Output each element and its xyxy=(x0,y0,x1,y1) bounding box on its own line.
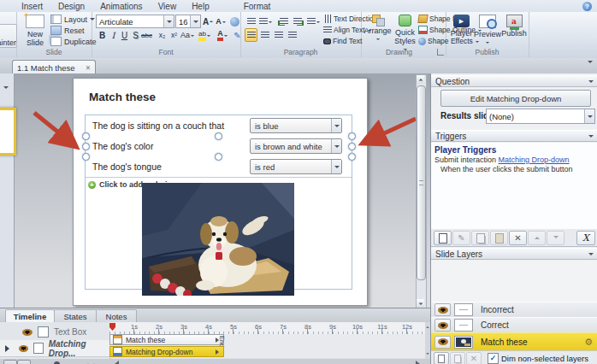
tab-notes[interactable]: Notes xyxy=(96,309,137,323)
timeline-item-matching[interactable]: . Matching Drop... xyxy=(0,340,109,357)
results-slide-combo[interactable]: (None) xyxy=(486,109,595,124)
strikethrough-button[interactable]: abc xyxy=(140,28,153,42)
tab-animations[interactable]: Animations xyxy=(92,1,150,12)
highlight-color-button[interactable]: ab xyxy=(198,28,212,42)
question-panel-header[interactable]: Question xyxy=(431,75,597,87)
eye-icon[interactable] xyxy=(22,329,33,336)
scroll-thumb[interactable] xyxy=(417,85,426,280)
variables-button[interactable]: X xyxy=(576,231,595,245)
shrink-font-button[interactable]: A xyxy=(215,15,228,28)
slide-thumbnail-selected[interactable] xyxy=(0,108,16,156)
help-icon[interactable]: ? xyxy=(582,2,592,11)
edit-trigger-button[interactable]: ✎ xyxy=(452,231,470,245)
dim-layers-checkbox[interactable]: ✓ xyxy=(488,353,499,364)
reset-button[interactable]: Reset xyxy=(50,26,85,35)
scroll-down-button[interactable] xyxy=(417,299,424,308)
collapse-icon[interactable] xyxy=(588,80,594,85)
dropdown-arrow-icon[interactable] xyxy=(331,139,341,153)
timeline-bar-matching-dropdown[interactable]: Matching Drop-down xyxy=(109,346,224,357)
chevron-down-icon[interactable] xyxy=(190,15,200,27)
selection-handle[interactable] xyxy=(348,153,356,161)
font-name-combo[interactable]: Articulate xyxy=(96,15,174,28)
hscroll-left-icon[interactable] xyxy=(111,361,119,364)
decrease-indent-button[interactable] xyxy=(277,15,290,28)
subscript-button[interactable]: x₂ xyxy=(156,28,168,42)
bullets-button[interactable] xyxy=(245,15,257,28)
tab-timeline[interactable]: Timeline xyxy=(5,309,55,323)
change-case-button[interactable]: Aa xyxy=(180,28,196,42)
numbering-button[interactable] xyxy=(258,15,274,28)
layer-row-incorrect[interactable]: Incorrect xyxy=(431,302,597,318)
collapse-icon[interactable] xyxy=(588,253,594,258)
tab-view[interactable]: View xyxy=(151,1,185,12)
visibility-toggle[interactable] xyxy=(434,336,451,349)
trigger-item[interactable]: Submit interaction Matching Drop-down xyxy=(434,156,570,164)
close-icon[interactable]: ✕ xyxy=(86,64,91,72)
superscript-button[interactable]: x² xyxy=(168,28,180,42)
font-size-combo[interactable]: 16 xyxy=(175,15,201,28)
playhead[interactable] xyxy=(109,323,115,331)
answer-dropdown-1[interactable]: is blue xyxy=(250,118,342,133)
dropdown-arrow-icon[interactable] xyxy=(331,160,341,173)
delete-layer-button[interactable]: ✕ xyxy=(466,352,482,364)
align-justify-button[interactable] xyxy=(286,28,298,42)
timeline-vscrollbar[interactable] xyxy=(425,322,430,359)
move-down-button[interactable] xyxy=(547,231,564,245)
selection-handle[interactable] xyxy=(348,132,356,140)
layout-button[interactable]: Layout xyxy=(50,15,95,24)
delete-trigger-button[interactable]: ✕ xyxy=(509,231,527,245)
tab-help[interactable]: Help xyxy=(184,1,217,12)
play-button[interactable]: ▶ xyxy=(3,360,17,364)
dog-photo[interactable] xyxy=(142,183,294,296)
duplicate-button[interactable]: Duplicate xyxy=(50,37,97,46)
slide-layers-panel-header[interactable]: Slide Layers xyxy=(431,248,597,260)
align-right-button[interactable] xyxy=(272,28,285,42)
align-center-button[interactable] xyxy=(258,28,271,42)
stop-button[interactable]: ■ xyxy=(17,360,31,364)
scroll-down-icon[interactable] xyxy=(426,353,429,356)
edit-matching-button[interactable]: Edit Matching Drop-down xyxy=(440,90,591,107)
answer-dropdown-3[interactable]: is red xyxy=(250,159,342,174)
answer-dropdown-2[interactable]: is brown and white xyxy=(250,138,342,154)
selection-handle[interactable] xyxy=(82,143,90,150)
selection-handle[interactable] xyxy=(82,132,90,140)
align-left-button[interactable] xyxy=(245,28,257,42)
copy-trigger-button[interactable] xyxy=(471,231,489,245)
selection-handle[interactable] xyxy=(215,132,222,140)
clear-formatting-icon[interactable] xyxy=(228,15,241,28)
tab-insert[interactable]: Insert xyxy=(14,1,50,12)
tab-format[interactable]: Format xyxy=(236,1,279,12)
scroll-up-icon[interactable] xyxy=(426,325,429,328)
font-color-button[interactable]: A xyxy=(216,28,229,42)
selection-handle[interactable] xyxy=(82,153,90,161)
zoom-in-icon[interactable] xyxy=(91,360,98,364)
dropdown-arrow-icon[interactable] xyxy=(331,119,341,132)
match-statement[interactable]: The dog's color xyxy=(86,141,153,151)
layer-row-match-these[interactable]: Match these ⚙ xyxy=(431,332,597,351)
duplicate-layer-button[interactable] xyxy=(450,352,465,364)
expand-icon[interactable] xyxy=(5,345,13,352)
timeline-bar-match-these[interactable]: Match these xyxy=(109,334,224,345)
find-text-button[interactable]: Find Text xyxy=(323,37,362,45)
selection-handle[interactable] xyxy=(348,143,356,150)
doc-tab-match-these[interactable]: 1.1 Match these ✕ xyxy=(12,60,96,74)
format-painter-button[interactable]: ainter xyxy=(0,38,16,47)
hscroll-right-icon[interactable] xyxy=(416,361,423,364)
eye-icon[interactable] xyxy=(19,345,28,352)
layer-row-correct[interactable]: Correct xyxy=(431,317,597,333)
collapse-icon[interactable] xyxy=(588,135,594,140)
match-statement[interactable]: The dog is sitting on a couch that xyxy=(86,120,224,131)
lock-checkbox[interactable]: . xyxy=(33,343,44,354)
tab-list-dropdown-icon[interactable] xyxy=(588,63,593,73)
match-statement[interactable]: The dog's tongue xyxy=(86,161,162,172)
trigger-link[interactable]: Matching Drop-down xyxy=(499,156,570,164)
visibility-toggle[interactable] xyxy=(434,319,451,332)
chevron-down-icon[interactable] xyxy=(584,109,594,123)
scroll-up-button[interactable] xyxy=(417,75,424,84)
tab-states[interactable]: States xyxy=(54,309,97,323)
new-layer-button[interactable] xyxy=(434,352,449,364)
chevron-down-icon[interactable] xyxy=(163,15,174,27)
visibility-toggle[interactable] xyxy=(434,303,451,316)
dialog-launcher-icon[interactable] xyxy=(437,49,444,56)
timeline-ruler[interactable]: 1s2s 3s4s 5s6s 7s8s 9s10s 11s12s xyxy=(109,322,425,335)
